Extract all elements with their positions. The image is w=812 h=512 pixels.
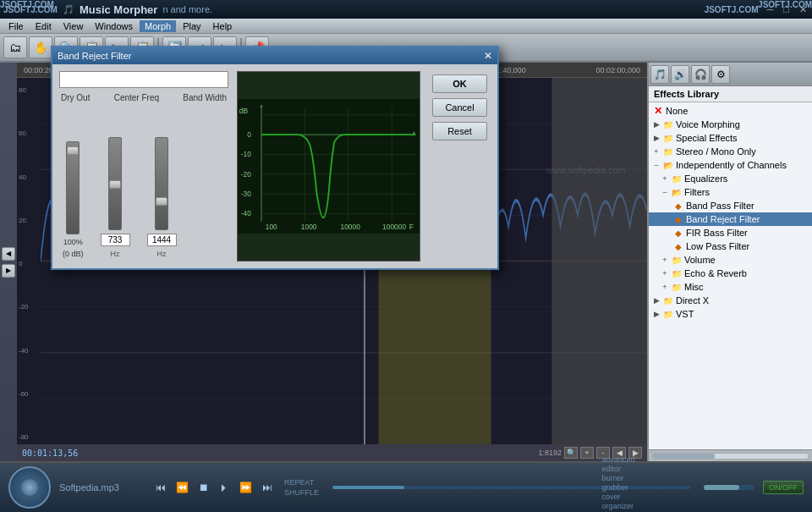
dialog-title-bar: Band Reject Filter ✕ — [52, 47, 497, 64]
player-play-btn[interactable]: ⏵ — [216, 480, 233, 495]
dialog-ok-button[interactable]: OK — [432, 74, 487, 93]
option-organizer[interactable]: organizer — [601, 502, 643, 510]
band-width-label: Band Width — [183, 93, 227, 102]
app-title: Music Morpher — [80, 3, 157, 16]
player-logo-inner — [21, 479, 38, 496]
dry-out-db-label: (0 dB) — [63, 250, 84, 258]
shuffle-label[interactable]: SHUFFLE — [284, 488, 319, 497]
svg-text:F: F — [409, 223, 414, 231]
effects-btn-2[interactable]: 🔊 — [671, 65, 689, 84]
player-forward-btn[interactable]: ⏩ — [236, 480, 255, 495]
tree-item-vst[interactable]: ▶ 📁 VST — [649, 307, 812, 321]
dialog-reset-button[interactable]: Reset — [432, 122, 487, 140]
option-burner[interactable]: burner — [601, 474, 643, 482]
player-rewind-btn[interactable]: ⏪ — [173, 480, 192, 495]
tree-label-echo-reverb: Echo & Reverb — [684, 268, 747, 278]
effects-scrollbar[interactable] — [649, 449, 812, 461]
player-prev-btn[interactable]: ⏮ — [152, 480, 169, 495]
band-width-value-box[interactable]: 1444 — [147, 234, 177, 246]
tree-item-filters[interactable]: – 📂 Filters — [649, 185, 812, 199]
dialog-content: Dry Out Center Freq Band Width 100% (0 d… — [52, 64, 497, 268]
player-stop-btn[interactable]: ⏹ — [195, 480, 212, 495]
tree-label-direct-x: Direct X — [676, 295, 709, 306]
effects-tree[interactable]: ✕ None ▶ 📁 Voice Morphing ▶ 📁 Special Ef… — [649, 102, 812, 449]
expand-vst-icon: ▶ — [652, 308, 661, 320]
scrollbar-thumb[interactable] — [653, 454, 715, 459]
folder-stereo-mono-icon: 📁 — [662, 146, 674, 157]
tree-item-equalizers[interactable]: + 📁 Equalizers — [649, 172, 812, 185]
menu-play[interactable]: Play — [178, 20, 206, 32]
effects-btn-1[interactable]: 🎵 — [650, 65, 669, 84]
dry-out-slider-track[interactable] — [66, 141, 80, 234]
center-freq-slider-thumb[interactable] — [109, 180, 121, 189]
player-next-btn[interactable]: ⏭ — [259, 480, 276, 495]
tree-item-special-effects[interactable]: ▶ 📁 Special Effects — [649, 131, 812, 145]
folder-direct-x-icon: 📁 — [662, 295, 674, 306]
effects-btn-3[interactable]: 🎧 — [691, 65, 710, 84]
dry-out-slider-thumb[interactable] — [67, 146, 79, 155]
option-grabber[interactable]: grabber — [601, 483, 643, 492]
menu-edit[interactable]: Edit — [30, 20, 57, 32]
db-scale: 80 60 40 20 0 -20 -40 -60 -80 — [19, 86, 42, 444]
tree-label-volume: Volume — [684, 255, 716, 265]
tree-label-stereo-mono: Stereo / Mono Only — [676, 146, 756, 157]
scrollbar-track[interactable] — [652, 453, 809, 460]
band-width-slider-thumb[interactable] — [156, 197, 167, 206]
tree-item-echo-reverb[interactable]: + 📁 Echo & Reverb — [649, 267, 812, 280]
dialog-cancel-button[interactable]: Cancel — [432, 98, 487, 117]
folder-equalizers-icon: 📁 — [671, 173, 683, 184]
tree-item-low-pass[interactable]: ◆ Low Pass Filter — [649, 239, 812, 253]
menu-help[interactable]: Help — [208, 20, 238, 32]
player-repeat-shuffle: REPEAT SHUFFLE — [284, 478, 319, 497]
left-btn-1[interactable]: ◀ — [2, 247, 15, 261]
tree-item-misc[interactable]: + 📁 Misc — [649, 280, 812, 294]
tree-label-fir-bass: FIR Bass Filter — [686, 228, 748, 238]
menu-file[interactable]: File — [3, 20, 29, 32]
player-volume-bar[interactable] — [704, 485, 754, 490]
diamond-fir-bass-icon: ◆ — [672, 227, 684, 239]
band-reject-filter-dialog: Band Reject Filter ✕ Dry Out Center Freq… — [51, 46, 499, 270]
diamond-band-reject-icon: ◆ — [672, 213, 684, 225]
menu-morph[interactable]: Morph — [140, 20, 176, 32]
left-btn-2[interactable]: ▶ — [2, 264, 15, 278]
diamond-band-pass-icon: ◆ — [672, 200, 684, 212]
center-freq-slider-track[interactable] — [108, 137, 122, 230]
repeat-label[interactable]: REPEAT — [284, 478, 319, 487]
band-width-slider-track[interactable] — [155, 137, 168, 230]
menu-view[interactable]: View — [58, 20, 89, 32]
tree-item-independently[interactable]: – 📂 Independently of Channels — [649, 158, 812, 172]
logo-top-left: JSOFTJ.COM — [0, 0, 54, 9]
waveform-bottom-bar: 00:01:13,56 1:8192 🔍 + - ◀ ▶ — [17, 444, 647, 461]
effects-btn-4[interactable]: ⚙ — [711, 65, 730, 84]
tree-item-none[interactable]: ✕ None — [649, 104, 812, 118]
svg-text:10000: 10000 — [341, 223, 361, 231]
tree-item-volume[interactable]: + 📁 Volume — [649, 253, 812, 267]
zoom-magnify-btn[interactable]: 🔍 — [564, 447, 578, 459]
zoom-in-btn[interactable]: + — [580, 447, 594, 459]
folder-echo-reverb-icon: 📁 — [671, 267, 683, 279]
dialog-filter-input[interactable] — [59, 71, 228, 88]
tree-item-band-reject[interactable]: ◆ Band Reject Filter — [649, 212, 812, 226]
dialog-sliders: 100% (0 dB) 733 Hz — [59, 107, 228, 262]
tree-item-fir-bass[interactable]: ◆ FIR Bass Filter — [649, 226, 812, 239]
menu-windows[interactable]: Windows — [90, 20, 138, 32]
dialog-close-button[interactable]: ✕ — [484, 50, 492, 62]
expand-equalizers-icon: + — [661, 173, 669, 184]
tree-item-stereo-mono[interactable]: + 📁 Stereo / Mono Only — [649, 145, 812, 158]
center-freq-unit: Hz — [111, 250, 120, 258]
player-onoff-button[interactable]: ON/OFF — [763, 481, 804, 494]
none-icon: ✕ — [652, 105, 664, 117]
option-editor[interactable]: editor — [601, 465, 643, 473]
toolbar-cursor-btn[interactable]: ✋ — [29, 36, 52, 58]
player-volume-section — [704, 485, 754, 490]
toolbar-open-btn[interactable]: 🗂 — [3, 36, 27, 58]
svg-text:100: 100 — [266, 223, 277, 231]
svg-rect-9 — [551, 78, 647, 444]
option-advanced[interactable]: advanced — [601, 455, 643, 464]
option-cover[interactable]: cover — [601, 493, 643, 501]
svg-text:-30: -30 — [241, 190, 251, 198]
tree-item-band-pass[interactable]: ◆ Band Pass Filter — [649, 199, 812, 212]
tree-item-voice-morphing[interactable]: ▶ 📁 Voice Morphing — [649, 118, 812, 131]
center-freq-value-box[interactable]: 733 — [101, 234, 130, 246]
tree-item-direct-x[interactable]: ▶ 📁 Direct X — [649, 294, 812, 307]
